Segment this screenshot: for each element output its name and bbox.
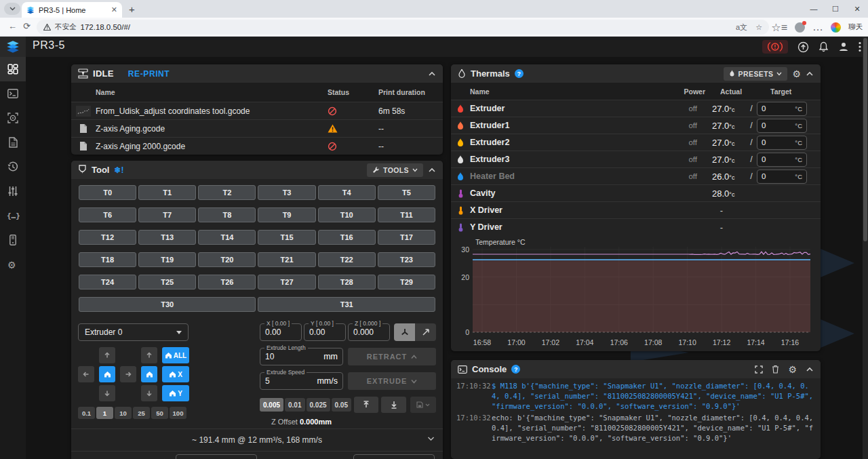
tool-button-T13[interactable]: T13 [138,230,196,245]
tool-button-T31[interactable]: T31 [258,297,435,312]
sidebar-item-host-device[interactable] [0,228,26,252]
tool-button-T15[interactable]: T15 [258,230,315,245]
tool-button-T12[interactable]: T12 [79,230,136,245]
favorite-star-icon[interactable]: ☆ [755,23,762,32]
move-step-50[interactable]: 50 [151,407,168,419]
emergency-stop-button[interactable] [762,40,788,54]
tool-button-T30[interactable]: T30 [79,297,256,312]
tool-button-T8[interactable]: T8 [198,207,256,222]
tool-button-T7[interactable]: T7 [138,207,196,222]
sensor-name[interactable]: Extruder [470,104,662,113]
copilot-icon[interactable] [831,22,841,33]
window-close-button[interactable]: ✕ [846,0,868,18]
window-minimize-button[interactable]: — [803,0,825,18]
gcode-file-row[interactable]: Z-axis Aging 2000.gcode -- [71,137,443,155]
tab-search-button[interactable] [4,3,20,15]
tool-button-T24[interactable]: T24 [79,275,136,290]
tool-button-T9[interactable]: T9 [258,207,315,222]
sidebar-item-machine-config[interactable]: {…} [0,203,26,228]
tool-button-T29[interactable]: T29 [378,275,435,290]
tool-button-T6[interactable]: T6 [79,207,136,222]
relative-mode-button[interactable] [415,323,436,341]
collapse-chevron-icon[interactable] [806,71,814,77]
help-badge[interactable]: ? [515,69,524,78]
translate-icon[interactable]: a文 [736,22,747,33]
move-y-plus-button[interactable] [99,347,115,363]
gear-icon[interactable]: ⚙ [792,68,801,79]
tool-button-T4[interactable]: T4 [318,185,376,200]
move-step-25[interactable]: 25 [133,407,150,419]
tool-button-T25[interactable]: T25 [138,275,196,290]
sensor-name[interactable]: Heater Bed [470,172,662,181]
mainsail-logo[interactable] [0,37,26,57]
position-field-z[interactable]: Z [ 0.000 ]0.000 [348,323,390,341]
position-field-x[interactable]: X [ 0.00 ]0.00 [260,323,302,341]
page-scrollbar[interactable] [863,37,868,459]
tool-button-T11[interactable]: T11 [378,207,435,222]
zoffset-step-0.01[interactable]: 0.01 [285,398,304,412]
move-x-plus-button[interactable] [120,366,136,382]
move-y-minus-button[interactable] [99,385,115,401]
presets-dropdown-button[interactable]: PRESETS [724,67,788,81]
user-account-icon[interactable] [838,41,849,52]
favorites-list-icon[interactable]: ☆≡ [771,21,787,34]
position-field-y[interactable]: Y [ 0.00 ]0.00 [304,323,346,341]
column-print-duration[interactable]: Print duration [378,88,443,96]
target-temp-input[interactable]: 0°C [757,136,807,150]
sensor-name[interactable]: Cavity [470,188,662,198]
home-z-button[interactable] [141,366,157,382]
tools-dropdown-button[interactable]: TOOLS [367,163,423,177]
sidebar-item-gcode-files[interactable] [0,130,26,155]
collapse-chevron-icon[interactable] [428,167,436,173]
collapse-chevron-icon[interactable] [806,367,814,372]
url-bar[interactable]: 不安全 172.18.0.50/#/ a文 ☆ [37,20,769,35]
reprint-button[interactable]: RE-PRINT [128,69,170,79]
sensor-name[interactable]: Extruder2 [470,138,662,147]
target-temp-input[interactable]: 0°C [757,169,807,184]
sidebar-item-interface-settings[interactable]: ⚙ [0,252,26,277]
window-maximize-button[interactable]: ☐ [825,0,846,18]
tool-button-T26[interactable]: T26 [198,275,256,290]
extruder-select[interactable]: Extruder 0 [78,323,189,341]
sensor-name[interactable]: Extruder3 [470,155,662,164]
sidebar-item-history[interactable] [0,155,26,179]
tool-button-T21[interactable]: T21 [258,252,315,267]
extrude-length-field[interactable]: Extrude Length 10 mm [260,348,343,365]
home-xy-button[interactable] [99,366,115,382]
move-x-minus-button[interactable] [78,366,94,382]
speed-input[interactable]: 100 % [176,454,257,459]
back-icon[interactable]: ← [8,21,17,31]
refresh-icon[interactable]: ⟳ [23,21,31,31]
tool-button-T14[interactable]: T14 [198,230,256,245]
move-step-10[interactable]: 10 [115,407,132,419]
tool-button-T20[interactable]: T20 [198,252,256,267]
trash-icon[interactable] [772,365,779,374]
sensor-name[interactable]: X Driver [470,205,662,215]
tool-button-T23[interactable]: T23 [378,252,435,267]
gear-icon[interactable]: ⚙ [788,364,797,375]
target-temp-input[interactable]: 0°C [757,119,807,133]
tool-button-T27[interactable]: T27 [258,275,315,290]
notifications-bell-icon[interactable] [818,41,829,52]
flow-input[interactable]: 100 % [353,454,435,459]
sidebar-item-dashboard[interactable] [0,57,26,81]
gcode-file-row[interactable]: Z-axis Aging.gcode -- [71,119,443,137]
temperature-chart[interactable]: 16:5817:0017:0217:0417:0617:0817:1017:12… [451,235,821,351]
new-tab-button[interactable]: + [129,3,135,15]
sensor-name[interactable]: Extruder1 [470,121,662,130]
move-step-0.1[interactable]: 0.1 [78,407,95,419]
browser-tab[interactable]: PR3-5 | Home ✕ [22,2,122,18]
tool-button-T5[interactable]: T5 [378,185,435,200]
move-step-100[interactable]: 100 [170,407,186,419]
tool-button-T1[interactable]: T1 [138,185,196,200]
zoffset-step-0.05[interactable]: 0.05 [332,398,351,412]
tool-button-T18[interactable]: T18 [79,252,136,267]
move-z-minus-button[interactable] [141,385,157,401]
sidebar-item-gcode-viewer[interactable] [0,106,26,130]
update-available-icon[interactable] [797,41,809,53]
zoffset-up-button[interactable] [354,397,378,413]
home-x-button[interactable]: X [162,366,189,382]
target-temp-input[interactable]: 0°C [757,102,807,116]
zoffset-step-0.025[interactable]: 0.025 [307,398,330,412]
tool-button-T19[interactable]: T19 [138,252,196,267]
